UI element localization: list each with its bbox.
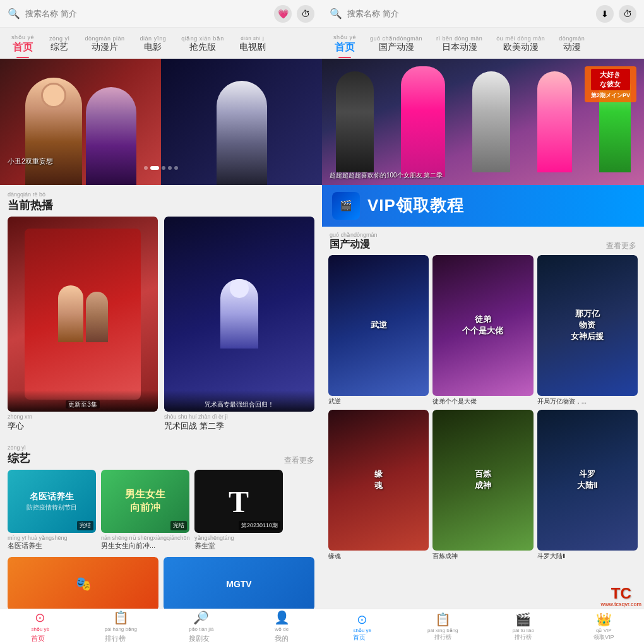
anime-item-3-title: 开局万亿物资，... bbox=[537, 397, 638, 406]
anime-item-6[interactable]: 斗罗大陆Ⅱ 斗罗大陆Ⅱ bbox=[537, 410, 638, 561]
right-tab-domestic[interactable]: guó chǎndòngmàn 国产动漫 bbox=[364, 33, 429, 57]
variety-section-header: zōng yì 综艺 查看更多 bbox=[0, 438, 322, 470]
left-tab-tv[interactable]: diàn shì j 电视剧 bbox=[233, 33, 272, 57]
left-banner-slider[interactable]: 小丑2双重妄想 bbox=[0, 59, 322, 185]
variety-card2-2[interactable]: MGTV bbox=[164, 557, 314, 609]
tc-site: www.tcsqvr.com bbox=[600, 601, 641, 607]
banner-text: 小丑2双重妄想 bbox=[8, 157, 314, 166]
anime-thumb-5-bg: 百炼成神 bbox=[432, 410, 533, 551]
left-tab-early[interactable]: qiǎng xiān bǎn 抢先版 bbox=[175, 33, 230, 57]
anime-item-1[interactable]: 武逆 武逆 bbox=[328, 255, 429, 406]
drama-card-2-bg: 咒术高专最强组合回归！ bbox=[164, 217, 314, 412]
anime-item-3[interactable]: 那万亿物资女神后援 开局万亿物资，... bbox=[537, 255, 638, 406]
drama1-update-text: 更新至3集 bbox=[66, 400, 100, 408]
tc-watermark: TC www.tcsqvr.com bbox=[600, 586, 641, 607]
drama-card-1[interactable]: 更新至3集 zhōng xīn 孪心 bbox=[8, 217, 158, 432]
anime-item-4[interactable]: 缘魂 缘魂 bbox=[328, 410, 429, 561]
variety-card2-1[interactable]: 🎭 bbox=[8, 557, 158, 609]
variety-card2-2-inner: MGTV bbox=[164, 557, 314, 609]
left-tab-anime[interactable]: dòngmàn piàn 动漫片 bbox=[79, 33, 131, 57]
right-tab-western[interactable]: ōu měi dòng màn 欧美动漫 bbox=[490, 33, 551, 57]
variety-card-1[interactable]: 名医话养生 防控疫情特别节目 完结 míng yī huà yǎngshēng … bbox=[8, 470, 96, 551]
left-nav-ranking-label-wrap: pái háng bǎng 排行榜 bbox=[105, 626, 137, 643]
right-tab-anime[interactable]: dòngmàn 动漫 bbox=[552, 33, 591, 57]
banner-dots bbox=[144, 166, 178, 170]
left-nav-tabs: shǒu yè 首页 zōng yì 综艺 dòngmàn piàn 动漫片 d… bbox=[0, 28, 322, 59]
right-nav-home-label-wrap: shǒu yè 首页 bbox=[353, 628, 371, 642]
anime-banner[interactable]: 大好きな彼女 第2期メインPV 超超超超超喜欢你的100个女朋友 第二季 bbox=[322, 59, 644, 185]
anime-char-2 bbox=[401, 66, 445, 177]
heart-icon[interactable]: 💗 bbox=[274, 5, 292, 23]
left-nav-home[interactable]: ⊙ shǒu yè 首页 bbox=[0, 610, 81, 643]
variety-3-title-wrap: yǎngshēngtáng 养生堂 bbox=[194, 535, 283, 551]
right-nav-vip-icon: 👑 bbox=[596, 612, 612, 627]
anime-thumb-5: 百炼成神 bbox=[432, 410, 533, 551]
variety-title: 综艺 bbox=[8, 452, 30, 465]
vip-banner[interactable]: 🎬 VIP领取教程 bbox=[322, 185, 644, 227]
right-nav-vip[interactable]: 👑 qǔ VIP 领取VIP bbox=[564, 609, 645, 644]
right-tab-japanese[interactable]: rì běn dòng màn 日本动漫 bbox=[430, 33, 489, 57]
right-nav-rank-pinyin: pái xíng bǎng bbox=[427, 628, 458, 633]
left-nav-ranking[interactable]: 📋 pái háng bǎng 排行榜 bbox=[81, 610, 162, 643]
right-nav-tabs: shǒu yè 首页 guó chǎndòngmàn 国产动漫 rì běn d… bbox=[322, 28, 644, 59]
anime-thumb-3: 那万亿物资女神后援 bbox=[537, 255, 638, 396]
left-tab-movie[interactable]: diàn yǐng 电影 bbox=[134, 33, 173, 57]
left-nav-profile-cn: 我的 bbox=[275, 635, 289, 642]
variety-1-title-wrap: míng yī huà yǎngshēng 名医话养生 bbox=[8, 535, 96, 551]
variety2-bg1: 🎭 bbox=[8, 557, 158, 609]
right-nav-rank[interactable]: 📋 pái xíng bǎng 排行榜 bbox=[403, 609, 484, 644]
history-icon[interactable]: ⏱ bbox=[297, 5, 314, 23]
right-search-input[interactable] bbox=[347, 9, 591, 18]
right-tab-western-pinyin: ōu měi dòng màn bbox=[496, 35, 545, 42]
right-nav-video[interactable]: 🎬 pái tú liào 排行榜 bbox=[483, 609, 564, 644]
vip-icon: 🎬 bbox=[332, 192, 360, 220]
anime-char-1 bbox=[336, 71, 374, 172]
left-search-input[interactable] bbox=[25, 9, 269, 18]
drama-card-1-title: zhōng xīn 孪心 bbox=[8, 414, 158, 432]
current-hot-title-wrap: dāngqián rè bō 当前热播 bbox=[8, 191, 53, 213]
variety-card-2[interactable]: 男生女生向前冲 完结 nán shēng nǚ shēngxiàngqiánch… bbox=[101, 470, 189, 551]
right-nav-rank-label-wrap: pái xíng bǎng 排行榜 bbox=[427, 628, 458, 641]
anime-item-5[interactable]: 百炼成神 百炼成神 bbox=[432, 410, 533, 561]
left-search-icons: 💗 ⏱ bbox=[274, 5, 314, 23]
left-nav-home-label-wrap: shǒu yè 首页 bbox=[31, 626, 49, 643]
domestic-anime-title: 国产动漫 bbox=[330, 239, 370, 249]
right-tab-home[interactable]: shǒu yè 首页 bbox=[327, 32, 362, 58]
anime-thumb-2-bg: 徒弟个个是大佬 bbox=[432, 255, 533, 396]
drama2-subtitle: 咒术高专最强组合回归！ bbox=[205, 401, 274, 408]
anime-pv-badge: 大好きな彼女 bbox=[591, 69, 630, 90]
variety-3-ep: 第20230110期 bbox=[239, 521, 280, 530]
drama-card-2-title: shòu shū huí zhàn dì èr jì 咒术回战 第二季 bbox=[164, 414, 314, 432]
right-download-icon[interactable]: ⬇ bbox=[596, 5, 614, 23]
left-tab-tv-label: 电视剧 bbox=[239, 42, 266, 53]
variety-2-pinyin: nán shēng nǚ shēngxiàngqiánchōng bbox=[101, 535, 189, 541]
right-nav-video-cn: 排行榜 bbox=[513, 633, 534, 641]
variety-card-3[interactable]: T 第20230110期 yǎngshēngtáng 养生堂 bbox=[194, 470, 283, 551]
right-tab-home-pinyin: shǒu yè bbox=[333, 34, 356, 41]
anime-thumb-3-bg: 那万亿物资女神后援 bbox=[537, 255, 638, 396]
left-nav-profile[interactable]: 👤 wǒ de 我的 bbox=[242, 610, 323, 643]
right-clock-icon[interactable]: ⏱ bbox=[619, 5, 636, 23]
anime-item-2[interactable]: 徒弟个个是大佬 徒弟个个是大佬 bbox=[432, 255, 533, 406]
right-nav-home-cn: 首页 bbox=[353, 633, 371, 642]
drama-card-2[interactable]: 咒术高专最强组合回归！ shòu shū huí zhàn dì èr jì 咒… bbox=[164, 217, 314, 432]
left-tab-early-pinyin: qiǎng xiān bǎn bbox=[181, 35, 224, 42]
left-nav-search-friends-pinyin: pǎo tián jiā bbox=[189, 626, 213, 632]
variety2-text1: 🎭 bbox=[75, 576, 92, 592]
variety-1-pinyin: míng yī huà yǎngshēng bbox=[8, 535, 96, 541]
right-nav-rank-icon: 📋 bbox=[435, 612, 451, 627]
left-nav-home-pinyin: shǒu yè bbox=[31, 626, 49, 632]
left-tab-home[interactable]: shǒu yè 首页 bbox=[5, 32, 40, 58]
left-nav-ranking-pinyin: pái háng bǎng bbox=[105, 626, 137, 632]
left-tab-home-pinyin: shǒu yè bbox=[11, 34, 34, 41]
current-playing-cards: 更新至3集 zhōng xīn 孪心 bbox=[0, 217, 322, 438]
variety-bg-3: T 第20230110期 bbox=[194, 470, 283, 533]
banner-subtitle: 小丑2双重妄想 bbox=[8, 157, 53, 165]
left-nav-search-friends[interactable]: 🔎 pǎo tián jiā 搜剧友 bbox=[161, 610, 242, 643]
domestic-anime-see-more[interactable]: 查看更多 bbox=[606, 241, 636, 251]
left-tab-variety[interactable]: zōng yì 综艺 bbox=[43, 33, 76, 57]
right-nav-home[interactable]: ⊙ shǒu yè 首页 bbox=[322, 609, 403, 645]
variety-see-more[interactable]: 查看更多 bbox=[284, 455, 314, 466]
right-nav-vip-cn: 领取VIP bbox=[593, 633, 614, 641]
anime-grid: 武逆 武逆 徒弟个个是大佬 徒弟个个是大佬 那万亿物资女神后援 bbox=[322, 255, 644, 564]
